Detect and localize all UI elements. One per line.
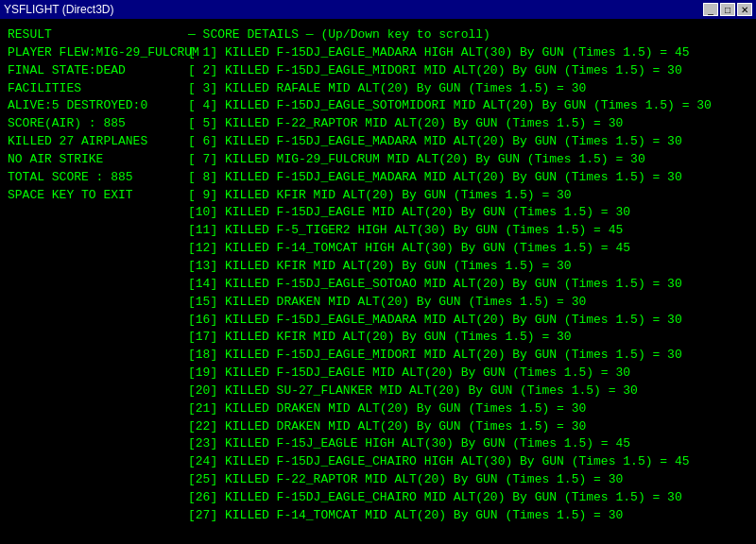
left-panel-line-10: SPACE KEY TO EXIT [8,187,177,205]
left-panel-line-8: TOTAL SCORE : 885 [8,169,177,187]
left-panel-line-1: PLAYER FLEW:MIG-29_FULCRUM [8,44,177,62]
score-entry-2: [ 2] KILLED F-15DJ_EAGLE_MIDORI MID ALT(… [188,62,752,80]
score-entry-25: [25] KILLED F-22_RAPTOR MID ALT(20) By G… [188,471,752,489]
score-entry-8: [ 8] KILLED F-15DJ_EAGLE_MADARA MID ALT(… [188,169,752,187]
score-entry-20: [20] KILLED SU-27_FLANKER MID ALT(20) By… [188,382,752,400]
score-entry-12: [12] KILLED F-14_TOMCAT HIGH ALT(30) By … [188,240,752,258]
score-header: — SCORE DETAILS — (Up/Down key to scroll… [188,26,752,44]
score-entry-11: [11] KILLED F-5_TIGER2 HIGH ALT(30) By G… [188,222,752,240]
score-entry-13: [13] KILLED KFIR MID ALT(20) By GUN (Tim… [188,258,752,276]
score-entry-15: [15] KILLED DRAKEN MID ALT(20) By GUN (T… [188,294,752,312]
title-bar-left: YSFLIGHT (Direct3D) [4,3,113,16]
score-entry-5: [ 5] KILLED F-22_RAPTOR MID ALT(20) By G… [188,115,752,133]
left-panel-line-0: RESULT [8,26,177,44]
left-panel-line-2: FINAL STATE:DEAD [8,62,177,80]
score-entry-17: [17] KILLED KFIR MID ALT(20) By GUN (Tim… [188,329,752,347]
main-content: RESULTPLAYER FLEW:MIG-29_FULCRUMFINAL ST… [0,19,756,544]
score-entry-7: [ 7] KILLED MIG-29_FULCRUM MID ALT(20) B… [188,151,752,169]
title-bar-controls: _ □ ✕ [703,3,752,16]
score-entry-10: [10] KILLED F-15DJ_EAGLE MID ALT(20) By … [188,204,752,222]
score-entry-23: [23] KILLED F-15J_EAGLE HIGH ALT(30) By … [188,435,752,453]
left-panel-line-5: SCORE(AIR) : 885 [8,115,177,133]
left-panel-line-7: NO AIR STRIKE [8,151,177,169]
score-entry-18: [18] KILLED F-15DJ_EAGLE_MIDORI MID ALT(… [188,347,752,365]
score-entry-3: [ 3] KILLED RAFALE MID ALT(20) By GUN (T… [188,80,752,98]
score-entry-1: [ 1] KILLED F-15DJ_EAGLE_MADARA HIGH ALT… [188,44,752,62]
left-panel-line-4: ALIVE:5 DESTROYED:0 [8,97,177,115]
minimize-button[interactable]: _ [703,3,718,16]
close-button[interactable]: ✕ [737,3,752,16]
title-bar-title: YSFLIGHT (Direct3D) [4,3,113,16]
score-entry-16: [16] KILLED F-15DJ_EAGLE_MADARA MID ALT(… [188,312,752,330]
title-bar: YSFLIGHT (Direct3D) _ □ ✕ [0,0,756,19]
score-entry-24: [24] KILLED F-15DJ_EAGLE_CHAIRO HIGH ALT… [188,453,752,471]
score-entry-14: [14] KILLED F-15DJ_EAGLE_SOTOAO MID ALT(… [188,276,752,294]
left-panel-line-6: KILLED 27 AIRPLANES [8,133,177,151]
maximize-button[interactable]: □ [720,3,735,16]
score-entry-6: [ 6] KILLED F-15DJ_EAGLE_MADARA MID ALT(… [188,133,752,151]
score-entry-27: [27] KILLED F-14_TOMCAT MID ALT(20) By G… [188,507,752,525]
left-panel: RESULTPLAYER FLEW:MIG-29_FULCRUMFINAL ST… [0,23,184,540]
score-entry-26: [26] KILLED F-15DJ_EAGLE_CHAIRO MID ALT(… [188,489,752,507]
score-entry-9: [ 9] KILLED KFIR MID ALT(20) By GUN (Tim… [188,187,752,205]
right-panel: — SCORE DETAILS — (Up/Down key to scroll… [184,23,756,540]
left-panel-line-3: FACILITIES [8,80,177,98]
score-entry-21: [21] KILLED DRAKEN MID ALT(20) By GUN (T… [188,400,752,418]
score-entry-19: [19] KILLED F-15DJ_EAGLE MID ALT(20) By … [188,365,752,382]
score-entry-4: [ 4] KILLED F-15DJ_EAGLE_SOTOMIDORI MID … [188,97,752,115]
score-entry-22: [22] KILLED DRAKEN MID ALT(20) By GUN (T… [188,418,752,436]
